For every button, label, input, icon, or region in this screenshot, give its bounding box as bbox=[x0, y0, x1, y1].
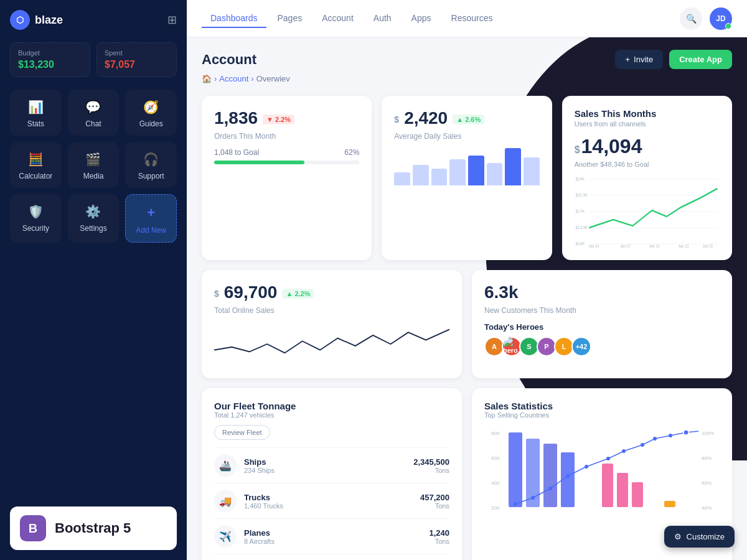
sidebar-item-chat[interactable]: 💬 Chat bbox=[68, 90, 120, 136]
sales-goal-note: Another $48,346 to Goal bbox=[575, 161, 720, 168]
svg-point-40 bbox=[669, 434, 672, 437]
progress-fill bbox=[214, 161, 304, 164]
invite-button[interactable]: + Invite bbox=[615, 50, 663, 69]
goal-label: 1,048 to Goal bbox=[214, 148, 259, 157]
breadcrumb-home[interactable]: 🏠 bbox=[202, 74, 212, 83]
svg-point-36 bbox=[606, 457, 610, 460]
svg-text:$17K: $17K bbox=[575, 208, 585, 214]
bar-6 bbox=[487, 163, 503, 185]
svg-text:$20.5K: $20.5K bbox=[575, 192, 588, 198]
security-label: Security bbox=[22, 224, 49, 233]
tab-resources[interactable]: Resources bbox=[443, 9, 502, 28]
sales-stats-sub: Top Selling Countries bbox=[484, 411, 720, 419]
svg-point-32 bbox=[531, 496, 535, 500]
svg-rect-19 bbox=[509, 432, 522, 507]
svg-text:80%: 80% bbox=[702, 455, 712, 461]
customize-button[interactable]: ⚙ Customize bbox=[664, 526, 735, 548]
sidebar-item-media[interactable]: 🎬 Media bbox=[68, 142, 120, 188]
stats-icon: 📊 bbox=[28, 100, 44, 114]
sales-stats-title: Sales Statistics bbox=[484, 401, 720, 411]
page-actions: + Invite Create App bbox=[615, 50, 732, 69]
bar-4 bbox=[449, 159, 466, 185]
tab-apps[interactable]: Apps bbox=[403, 9, 440, 28]
tab-account[interactable]: Account bbox=[313, 9, 362, 28]
sidebar-item-stats[interactable]: 📊 Stats bbox=[10, 90, 62, 136]
spent-label: Spent bbox=[105, 49, 169, 57]
trucks-icon: 🚚 bbox=[214, 490, 237, 512]
page-header: Account + Invite Create App bbox=[202, 50, 732, 69]
breadcrumb-account[interactable]: Account bbox=[219, 74, 248, 83]
svg-text:$13.5K: $13.5K bbox=[575, 225, 588, 230]
media-label: Media bbox=[83, 172, 104, 180]
ships-icon: 🚢 bbox=[214, 454, 237, 477]
guides-icon: 🧭 bbox=[143, 100, 159, 114]
review-fleet-button[interactable]: Review Fleet bbox=[214, 425, 270, 440]
user-avatar[interactable]: JD bbox=[710, 7, 732, 30]
page-content: Account + Invite Create App 🏠 › Account … bbox=[187, 37, 747, 560]
bootstrap-label: Bootstrap 5 bbox=[55, 520, 131, 536]
chat-label: Chat bbox=[85, 119, 101, 128]
spent-card: Spent $7,057 bbox=[96, 42, 177, 77]
budget-card: Budget $13,230 bbox=[10, 42, 90, 77]
sidebar-item-add-new[interactable]: + Add New bbox=[125, 194, 177, 243]
fleet-item-trains: 🚂 Trains 804,300 bbox=[214, 554, 449, 560]
online-dollar: $ bbox=[214, 289, 219, 299]
customers-card: 6.3k New Customers This Month Today's He… bbox=[472, 270, 732, 378]
online-sales-card: $ 69,700 ▲ 2.2% Total Online Sales bbox=[202, 270, 462, 378]
sidebar: ⬡ blaze ⊞ Budget $13,230 Spent $7,057 📊 … bbox=[0, 0, 187, 560]
tab-pages[interactable]: Pages bbox=[269, 9, 311, 28]
orders-change: ▼ 2.2% bbox=[263, 114, 294, 124]
settings-icon: ⚙️ bbox=[85, 204, 101, 219]
bar-2 bbox=[413, 165, 429, 185]
tab-auth[interactable]: Auth bbox=[365, 9, 400, 28]
stats-row-1: 1,836 ▼ 2.2% Orders This Month 1,048 to … bbox=[202, 96, 732, 260]
sidebar-item-calculator[interactable]: 🧮 Calculator bbox=[10, 142, 62, 188]
svg-text:600: 600 bbox=[491, 455, 500, 461]
svg-rect-26 bbox=[664, 501, 675, 507]
nav-links: Dashboards Pages Account Auth Apps Resou… bbox=[202, 9, 501, 28]
create-app-button[interactable]: Create App bbox=[669, 50, 732, 69]
sidebar-item-security[interactable]: 🛡️ Security bbox=[10, 194, 62, 243]
menu-icon[interactable]: ⊞ bbox=[167, 13, 177, 27]
svg-rect-25 bbox=[632, 482, 643, 507]
sales-month-title: Sales This Months bbox=[575, 108, 720, 119]
customers-value: 6.3k bbox=[484, 282, 519, 302]
bar-8 bbox=[524, 157, 540, 185]
chat-icon: 💬 bbox=[85, 100, 101, 114]
online-sales-value: 69,700 bbox=[224, 282, 278, 302]
sales-stats-chart: 800 600 400 200 bbox=[484, 426, 720, 526]
heroes-avatars: A S P L +42 bbox=[484, 337, 720, 357]
bootstrap-icon: B bbox=[20, 515, 46, 541]
svg-text:Apr 13: Apr 13 bbox=[679, 243, 688, 248]
search-button[interactable]: 🔍 bbox=[680, 7, 702, 30]
logo-icon: ⬡ bbox=[10, 10, 30, 30]
svg-text:$10K: $10K bbox=[575, 241, 585, 246]
settings-label: Settings bbox=[80, 224, 106, 233]
fleet-item-ships: 🚢 Ships 234 Ships 2,345,500 Tons bbox=[214, 447, 449, 483]
svg-text:$24K: $24K bbox=[575, 176, 585, 182]
orders-label: Orders This Month bbox=[214, 132, 359, 141]
heroes-label: Today's Heroes bbox=[484, 322, 720, 332]
svg-text:60%: 60% bbox=[702, 480, 712, 486]
calculator-icon: 🧮 bbox=[28, 152, 44, 167]
daily-sales-label: Average Daily Sales bbox=[394, 132, 539, 141]
spent-value: $7,057 bbox=[105, 59, 169, 70]
fleet-item-trucks: 🚚 Trucks 1,460 Trucks 457,200 Tons bbox=[214, 483, 449, 518]
sidebar-item-guides[interactable]: 🧭 Guides bbox=[125, 90, 177, 136]
sales-dollar: $ bbox=[575, 144, 580, 156]
tab-dashboards[interactable]: Dashboards bbox=[202, 9, 266, 28]
page-title: Account bbox=[202, 52, 256, 68]
sidebar-item-settings[interactable]: ⚙️ Settings bbox=[68, 194, 120, 243]
hero-count: +42 bbox=[571, 337, 591, 357]
goal-pct: 62% bbox=[344, 148, 359, 157]
svg-text:Apr 16: Apr 16 bbox=[703, 243, 713, 248]
customize-icon: ⚙ bbox=[674, 532, 682, 541]
svg-rect-23 bbox=[602, 464, 613, 507]
bar-1 bbox=[394, 172, 410, 185]
orders-value: 1,836 bbox=[214, 108, 258, 128]
bar-3 bbox=[431, 169, 448, 185]
budget-value: $13,230 bbox=[18, 59, 82, 70]
planes-icon: ✈️ bbox=[214, 525, 237, 548]
sidebar-logo: ⬡ blaze bbox=[10, 10, 63, 30]
sidebar-item-support[interactable]: 🎧 Support bbox=[125, 142, 177, 188]
